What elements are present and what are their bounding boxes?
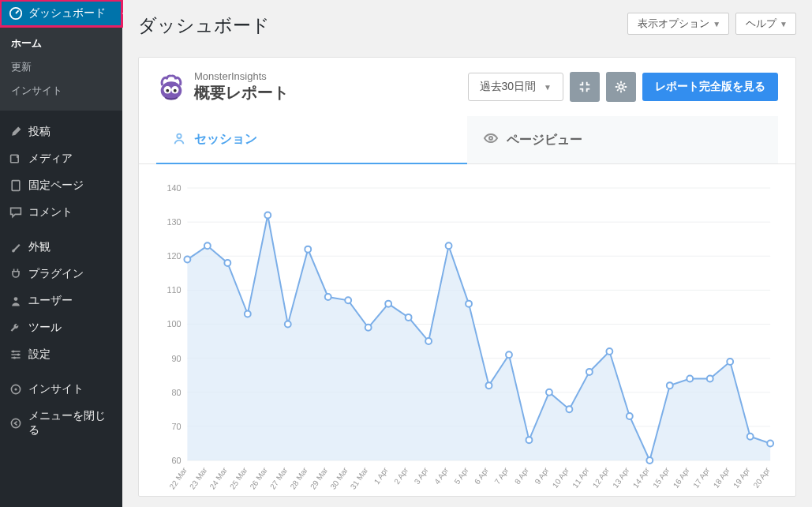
sidebar-item-media[interactable]: メディア	[0, 145, 122, 172]
sidebar-item-tools[interactable]: ツール	[0, 314, 122, 341]
sidebar-item-comments[interactable]: コメント	[0, 199, 122, 226]
svg-text:70: 70	[171, 422, 181, 431]
sidebar-item-pages[interactable]: 固定ページ	[0, 172, 122, 199]
sidebar-label: 固定ページ	[28, 178, 84, 193]
sidebar-label: ダッシュボード	[28, 6, 106, 21]
svg-text:1 Apr: 1 Apr	[372, 465, 391, 486]
sidebar-label: 設定	[28, 347, 51, 362]
chevron-down-icon: ▼	[780, 20, 788, 28]
svg-text:22 Mar: 22 Mar	[168, 465, 189, 490]
sidebar-item-collapse[interactable]: メニューを閉じる	[0, 403, 122, 444]
brush-icon	[8, 241, 24, 254]
sidebar-item-dashboard[interactable]: ダッシュボード	[0, 0, 122, 27]
svg-point-38	[204, 242, 211, 249]
chart-container: 6070809010011012013014022 Mar23 Mar24 Ma…	[139, 164, 795, 496]
sidebar-label: プラグイン	[28, 267, 84, 281]
sidebar-label: ツール	[28, 321, 62, 335]
svg-point-41	[264, 212, 271, 219]
sidebar-item-plugins[interactable]: プラグイン	[0, 261, 122, 287]
svg-text:2 Apr: 2 Apr	[392, 465, 410, 486]
subnav-updates[interactable]: 更新	[0, 55, 122, 79]
sidebar-label: メディア	[28, 152, 73, 166]
svg-point-46	[365, 325, 372, 331]
topbar: ダッシュボード 表示オプション ▼ ヘルプ ▼	[138, 0, 796, 41]
view-full-report-button[interactable]: レポート完全版を見る	[642, 73, 778, 101]
user-icon	[172, 131, 186, 148]
user-icon	[8, 295, 24, 307]
svg-point-59	[627, 413, 633, 419]
svg-text:100: 100	[167, 319, 181, 329]
chevron-down-icon: ▼	[713, 20, 720, 28]
sidebar-item-settings[interactable]: 設定	[0, 341, 122, 368]
svg-point-18	[489, 137, 492, 140]
help-button[interactable]: ヘルプ ▼	[735, 13, 796, 35]
svg-point-66	[767, 440, 773, 446]
svg-point-15	[174, 89, 177, 92]
svg-text:23 Mar: 23 Mar	[188, 465, 209, 490]
date-range-select[interactable]: 過去30日間 ▼	[468, 73, 563, 101]
svg-text:12 Apr: 12 Apr	[591, 465, 612, 490]
svg-point-7	[13, 356, 16, 359]
sidebar-label: メニューを閉じる	[28, 409, 114, 438]
sessions-line-chart: 6070809010011012013014022 Mar23 Mar24 Ma…	[156, 180, 778, 496]
sidebar-item-users[interactable]: ユーザー	[0, 287, 122, 314]
svg-text:6 Apr: 6 Apr	[473, 465, 491, 486]
svg-text:29 Mar: 29 Mar	[309, 465, 330, 490]
svg-point-48	[406, 314, 412, 321]
svg-point-4	[14, 297, 18, 301]
svg-point-64	[727, 359, 733, 365]
page-title: ダッシュボード	[138, 6, 270, 41]
svg-text:13 Apr: 13 Apr	[611, 465, 631, 490]
metric-tabs: セッション ページビュー	[139, 116, 795, 164]
svg-text:130: 130	[167, 217, 181, 227]
subnav-insights[interactable]: インサイト	[0, 79, 122, 103]
compress-icon	[578, 80, 592, 94]
svg-text:110: 110	[167, 285, 181, 295]
sidebar-label: コメント	[28, 205, 73, 220]
subnav-home[interactable]: ホーム	[0, 32, 122, 55]
sidebar-label: ユーザー	[28, 294, 73, 308]
sidebar-item-posts[interactable]: 投稿	[0, 118, 122, 145]
sliders-icon	[8, 348, 24, 361]
svg-text:30 Mar: 30 Mar	[328, 465, 350, 490]
settings-button[interactable]	[606, 72, 636, 102]
tab-sessions[interactable]: セッション	[156, 116, 467, 164]
sidebar-label: 外観	[28, 240, 51, 254]
svg-point-43	[305, 246, 311, 253]
svg-text:31 Mar: 31 Mar	[349, 465, 370, 490]
screen-options-button[interactable]: 表示オプション ▼	[627, 13, 729, 35]
sidebar-item-insights[interactable]: インサイト	[0, 376, 122, 403]
sidebar-submenu: ホーム 更新 インサイト	[0, 27, 122, 111]
svg-text:28 Mar: 28 Mar	[288, 465, 309, 490]
main-content: ダッシュボード 表示オプション ▼ ヘルプ ▼	[122, 0, 812, 507]
svg-text:16 Apr: 16 Apr	[672, 465, 692, 490]
dashboard-icon	[8, 6, 24, 21]
button-label: 表示オプション	[638, 17, 709, 31]
tab-label: ページビュー	[507, 132, 582, 148]
svg-text:14 Apr: 14 Apr	[631, 465, 652, 490]
svg-point-17	[177, 133, 181, 137]
svg-text:19 Apr: 19 Apr	[732, 465, 752, 490]
svg-text:26 Mar: 26 Mar	[248, 465, 269, 490]
svg-point-57	[586, 369, 593, 375]
sidebar-item-appearance[interactable]: 外観	[0, 234, 122, 261]
svg-text:4 Apr: 4 Apr	[432, 465, 451, 486]
sidebar-label: 投稿	[28, 125, 51, 139]
svg-point-54	[526, 437, 533, 443]
brand-big: 概要レポート	[194, 82, 289, 103]
svg-point-53	[506, 351, 512, 358]
svg-point-5	[12, 350, 14, 352]
gear-icon	[614, 80, 628, 94]
collapse-widget-button[interactable]	[570, 72, 600, 102]
tab-pageviews[interactable]: ページビュー	[467, 116, 778, 163]
svg-point-62	[687, 376, 693, 382]
panel-brand: MonsterInsights 概要レポート	[156, 70, 289, 103]
svg-point-37	[184, 257, 190, 263]
svg-point-16	[619, 84, 623, 88]
svg-point-63	[707, 376, 713, 382]
svg-text:80: 80	[171, 388, 181, 397]
insights-icon	[8, 383, 24, 396]
svg-point-42	[285, 321, 291, 328]
svg-text:17 Apr: 17 Apr	[691, 465, 712, 490]
svg-point-50	[446, 242, 452, 249]
